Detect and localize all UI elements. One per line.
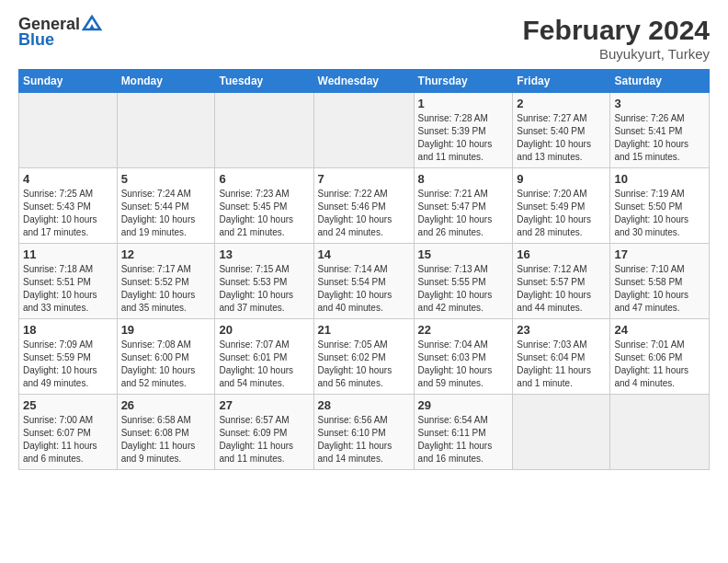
day-info: Sunrise: 7:22 AM Sunset: 5:46 PM Dayligh…: [318, 188, 410, 239]
day-number: 12: [121, 247, 211, 261]
day-cell: 24Sunrise: 7:01 AM Sunset: 6:06 PM Dayli…: [610, 319, 710, 395]
day-number: 22: [418, 323, 509, 337]
day-info: Sunrise: 6:58 AM Sunset: 6:08 PM Dayligh…: [121, 414, 211, 465]
day-number: 13: [219, 247, 309, 261]
day-cell: 12Sunrise: 7:17 AM Sunset: 5:52 PM Dayli…: [117, 244, 215, 319]
day-info: Sunrise: 7:03 AM Sunset: 6:04 PM Dayligh…: [517, 339, 606, 390]
day-cell: [19, 93, 118, 168]
header-cell-thursday: Thursday: [414, 70, 513, 93]
day-cell: 11Sunrise: 7:18 AM Sunset: 5:51 PM Dayli…: [19, 244, 118, 319]
day-number: 18: [23, 323, 113, 337]
day-cell: 1Sunrise: 7:28 AM Sunset: 5:39 PM Daylig…: [414, 93, 513, 168]
day-number: 15: [418, 247, 509, 261]
day-cell: 3Sunrise: 7:26 AM Sunset: 5:41 PM Daylig…: [610, 93, 710, 168]
day-info: Sunrise: 6:56 AM Sunset: 6:10 PM Dayligh…: [318, 414, 410, 465]
day-cell: 28Sunrise: 6:56 AM Sunset: 6:10 PM Dayli…: [313, 395, 414, 470]
day-number: 11: [23, 247, 113, 261]
day-number: 16: [517, 247, 606, 261]
header-row: SundayMondayTuesdayWednesdayThursdayFrid…: [19, 70, 710, 93]
header-cell-friday: Friday: [513, 70, 610, 93]
week-row-4: 25Sunrise: 7:00 AM Sunset: 6:07 PM Dayli…: [19, 395, 710, 470]
day-info: Sunrise: 7:27 AM Sunset: 5:40 PM Dayligh…: [517, 112, 606, 164]
day-cell: 4Sunrise: 7:25 AM Sunset: 5:43 PM Daylig…: [19, 168, 118, 244]
logo-icon: [82, 15, 102, 31]
day-info: Sunrise: 7:14 AM Sunset: 5:54 PM Dayligh…: [318, 263, 410, 315]
day-number: 7: [318, 172, 410, 186]
day-cell: 5Sunrise: 7:24 AM Sunset: 5:44 PM Daylig…: [117, 168, 215, 244]
day-info: Sunrise: 7:05 AM Sunset: 6:02 PM Dayligh…: [318, 339, 410, 390]
day-cell: 10Sunrise: 7:19 AM Sunset: 5:50 PM Dayli…: [610, 168, 710, 244]
week-row-1: 4Sunrise: 7:25 AM Sunset: 5:43 PM Daylig…: [19, 168, 710, 244]
day-number: 26: [121, 398, 211, 412]
day-cell: 25Sunrise: 7:00 AM Sunset: 6:07 PM Dayli…: [19, 395, 118, 470]
day-info: Sunrise: 6:57 AM Sunset: 6:09 PM Dayligh…: [219, 414, 309, 465]
day-cell: 29Sunrise: 6:54 AM Sunset: 6:11 PM Dayli…: [414, 395, 513, 470]
header: General Blue February 2024 Buyukyurt, Tu…: [18, 15, 710, 62]
day-info: Sunrise: 6:54 AM Sunset: 6:11 PM Dayligh…: [418, 414, 509, 465]
day-cell: [215, 93, 313, 168]
day-number: 21: [318, 323, 410, 337]
day-number: 19: [121, 323, 211, 337]
day-number: 1: [418, 97, 509, 110]
day-number: 5: [121, 172, 211, 186]
day-cell: 23Sunrise: 7:03 AM Sunset: 6:04 PM Dayli…: [513, 319, 610, 395]
page: General Blue February 2024 Buyukyurt, Tu…: [0, 0, 728, 563]
day-number: 14: [318, 247, 410, 261]
day-info: Sunrise: 7:15 AM Sunset: 5:53 PM Dayligh…: [219, 263, 309, 315]
day-cell: 2Sunrise: 7:27 AM Sunset: 5:40 PM Daylig…: [513, 93, 610, 168]
day-number: 9: [517, 172, 606, 186]
day-cell: 22Sunrise: 7:04 AM Sunset: 6:03 PM Dayli…: [414, 319, 513, 395]
day-number: 27: [219, 398, 309, 412]
day-info: Sunrise: 7:18 AM Sunset: 5:51 PM Dayligh…: [23, 263, 113, 315]
day-cell: 27Sunrise: 6:57 AM Sunset: 6:09 PM Dayli…: [215, 395, 313, 470]
day-cell: [513, 395, 610, 470]
calendar-table: SundayMondayTuesdayWednesdayThursdayFrid…: [18, 69, 710, 470]
day-info: Sunrise: 7:00 AM Sunset: 6:07 PM Dayligh…: [23, 414, 113, 465]
day-number: 10: [614, 172, 705, 186]
week-row-0: 1Sunrise: 7:28 AM Sunset: 5:39 PM Daylig…: [19, 93, 710, 168]
day-info: Sunrise: 7:13 AM Sunset: 5:55 PM Dayligh…: [418, 263, 509, 315]
title-block: February 2024 Buyukyurt, Turkey: [523, 15, 710, 62]
day-number: 3: [614, 97, 705, 110]
day-number: 8: [418, 172, 509, 186]
day-number: 2: [517, 97, 606, 110]
day-cell: 17Sunrise: 7:10 AM Sunset: 5:58 PM Dayli…: [610, 244, 710, 319]
day-info: Sunrise: 7:10 AM Sunset: 5:58 PM Dayligh…: [614, 263, 705, 315]
day-cell: 20Sunrise: 7:07 AM Sunset: 6:01 PM Dayli…: [215, 319, 313, 395]
day-number: 4: [23, 172, 113, 186]
header-cell-tuesday: Tuesday: [215, 70, 313, 93]
day-cell: 16Sunrise: 7:12 AM Sunset: 5:57 PM Dayli…: [513, 244, 610, 319]
day-cell: 15Sunrise: 7:13 AM Sunset: 5:55 PM Dayli…: [414, 244, 513, 319]
day-info: Sunrise: 7:01 AM Sunset: 6:06 PM Dayligh…: [614, 339, 705, 390]
day-cell: [117, 93, 215, 168]
day-number: 28: [318, 398, 410, 412]
day-cell: 18Sunrise: 7:09 AM Sunset: 5:59 PM Dayli…: [19, 319, 118, 395]
day-cell: 8Sunrise: 7:21 AM Sunset: 5:47 PM Daylig…: [414, 168, 513, 244]
day-info: Sunrise: 7:04 AM Sunset: 6:03 PM Dayligh…: [418, 339, 509, 390]
subtitle: Buyukyurt, Turkey: [523, 46, 710, 62]
day-number: 6: [219, 172, 309, 186]
week-row-2: 11Sunrise: 7:18 AM Sunset: 5:51 PM Dayli…: [19, 244, 710, 319]
day-info: Sunrise: 7:08 AM Sunset: 6:00 PM Dayligh…: [121, 339, 211, 390]
day-number: 25: [23, 398, 113, 412]
day-cell: 19Sunrise: 7:08 AM Sunset: 6:00 PM Dayli…: [117, 319, 215, 395]
day-cell: [313, 93, 414, 168]
day-cell: 21Sunrise: 7:05 AM Sunset: 6:02 PM Dayli…: [313, 319, 414, 395]
day-cell: 6Sunrise: 7:23 AM Sunset: 5:45 PM Daylig…: [215, 168, 313, 244]
day-info: Sunrise: 7:17 AM Sunset: 5:52 PM Dayligh…: [121, 263, 211, 315]
day-info: Sunrise: 7:19 AM Sunset: 5:50 PM Dayligh…: [614, 188, 705, 239]
day-cell: 9Sunrise: 7:20 AM Sunset: 5:49 PM Daylig…: [513, 168, 610, 244]
day-info: Sunrise: 7:24 AM Sunset: 5:44 PM Dayligh…: [121, 188, 211, 239]
day-number: 17: [614, 247, 705, 261]
header-cell-monday: Monday: [117, 70, 215, 93]
day-info: Sunrise: 7:28 AM Sunset: 5:39 PM Dayligh…: [418, 112, 509, 164]
day-info: Sunrise: 7:20 AM Sunset: 5:49 PM Dayligh…: [517, 188, 606, 239]
logo-blue: Blue: [18, 30, 54, 50]
day-cell: 13Sunrise: 7:15 AM Sunset: 5:53 PM Dayli…: [215, 244, 313, 319]
day-info: Sunrise: 7:25 AM Sunset: 5:43 PM Dayligh…: [23, 188, 113, 239]
header-cell-sunday: Sunday: [19, 70, 118, 93]
day-info: Sunrise: 7:07 AM Sunset: 6:01 PM Dayligh…: [219, 339, 309, 390]
week-row-3: 18Sunrise: 7:09 AM Sunset: 5:59 PM Dayli…: [19, 319, 710, 395]
day-info: Sunrise: 7:09 AM Sunset: 5:59 PM Dayligh…: [23, 339, 113, 390]
day-info: Sunrise: 7:23 AM Sunset: 5:45 PM Dayligh…: [219, 188, 309, 239]
